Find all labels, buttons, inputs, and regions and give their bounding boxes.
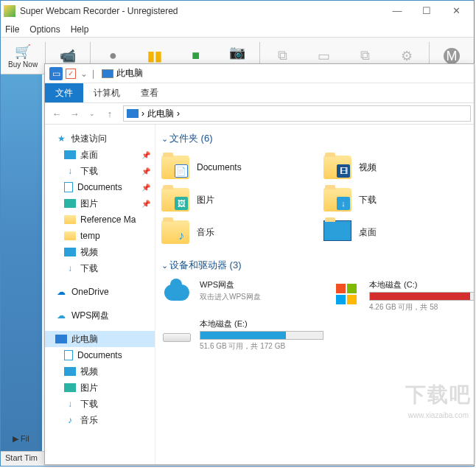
nav-wps[interactable]: ☁WPS网盘 <box>45 307 155 324</box>
nav-quick-access[interactable]: ★快速访问 <box>45 130 155 147</box>
folder-desktop[interactable]: 桌面 <box>323 217 456 247</box>
desktop-icon <box>323 220 351 241</box>
picture-icon: 🖼 <box>175 197 188 210</box>
tab-view[interactable]: 查看 <box>130 83 169 102</box>
nav-item-videos[interactable]: 视频 <box>45 244 155 260</box>
nav-pc-videos[interactable]: 视频 <box>45 363 155 380</box>
nav-pc-documents[interactable]: Documents <box>45 347 155 363</box>
layers-icon: ⧉ <box>357 47 374 65</box>
app-icon <box>4 5 15 17</box>
app-titlebar: Super Webcam Recorder - Unregistered — ☐… <box>1 1 474 21</box>
wps-icon: ☁ <box>55 310 67 321</box>
up-button[interactable]: ↑ <box>101 105 119 122</box>
nav-thispc[interactable]: 此电脑 <box>45 331 155 347</box>
folder-icon: ↓ <box>323 188 351 212</box>
info-icon: M <box>444 48 460 64</box>
nav-bar: ← → ⌄ ↑ › 此电脑 › <box>45 102 474 125</box>
nav-pc-downloads[interactable]: ↓下载 <box>45 396 155 412</box>
nav-item-pictures[interactable]: 图片📌 <box>45 195 155 212</box>
stop-icon: ■ <box>187 47 205 65</box>
film-icon: 🎞 <box>337 164 350 178</box>
download-icon: ↓ <box>64 166 76 176</box>
nav-onedrive[interactable]: ☁OneDrive <box>45 284 155 300</box>
thispc-icon <box>55 335 67 343</box>
group-folders-header[interactable]: ⌄文件夹 (6) <box>161 132 468 145</box>
desktop-icon <box>64 150 76 159</box>
record-icon: ● <box>104 47 122 65</box>
folder-icon: 🎞 <box>323 156 351 179</box>
menubar: File Options Help <box>1 21 474 38</box>
document-icon <box>64 182 73 192</box>
usage-bar <box>200 331 323 340</box>
address-segment[interactable]: 此电脑 <box>147 108 174 120</box>
nav-item-reference[interactable]: Reference Ma <box>45 212 155 228</box>
forward-button[interactable]: → <box>66 105 83 122</box>
content-pane: ⌄文件夹 (6) 📄Documents 🎞视频 🖼图片 ↓下载 ♪音乐 桌面 ⌄… <box>155 125 474 464</box>
picture-icon <box>64 383 76 392</box>
folder-documents[interactable]: 📄Documents <box>161 153 309 182</box>
drive-grid: WPS网盘 双击进入WPS网盘 本地磁盘 (C:) 4.26 GB 可用，共 5… <box>161 279 468 352</box>
qat-checkbox-icon[interactable]: ✓ <box>66 69 76 79</box>
explorer-titlebar: ▭ ✓ ⌄ | 此电脑 <box>45 64 474 83</box>
drive-c[interactable]: 本地磁盘 (C:) 4.26 GB 可用，共 58 <box>331 279 474 312</box>
back-button[interactable]: ← <box>48 105 66 122</box>
copy-icon: ⧉ <box>273 47 291 65</box>
pin-icon: 📌 <box>141 200 150 208</box>
tab-file[interactable]: 文件 <box>45 83 83 102</box>
nav-item-temp[interactable]: temp <box>45 228 155 244</box>
ribbon-tabs: 文件 计算机 查看 <box>45 83 474 102</box>
explorer-title: 此电脑 <box>116 67 143 80</box>
folder-icon: ♪ <box>161 220 189 244</box>
tab-computer[interactable]: 计算机 <box>83 83 130 102</box>
explorer-body: ★快速访问 桌面📌 ↓下载📌 Documents📌 图片📌 Reference … <box>45 125 474 464</box>
menu-options[interactable]: Options <box>29 24 60 35</box>
folder-videos[interactable]: 🎞视频 <box>323 153 456 182</box>
download-icon: ↓ <box>337 197 350 210</box>
picture-icon <box>64 199 76 208</box>
webcam-icon: 📹 <box>59 47 77 65</box>
menu-help[interactable]: Help <box>71 24 89 35</box>
windows-drive-icon <box>331 279 362 306</box>
qat-dropdown-icon[interactable]: ⌄ <box>80 69 88 79</box>
minimize-button[interactable]: — <box>382 1 412 21</box>
folder-music[interactable]: ♪音乐 <box>161 217 309 247</box>
thispc-icon <box>102 69 113 78</box>
onedrive-icon: ☁ <box>55 287 67 297</box>
close-button[interactable]: ✕ <box>441 1 471 21</box>
cloud-icon <box>161 279 192 306</box>
folder-icon: ▭ <box>315 47 332 65</box>
nav-item-downloads2[interactable]: ↓下载 <box>45 260 155 276</box>
video-icon <box>64 367 76 376</box>
group-drives-header[interactable]: ⌄设备和驱动器 (3) <box>161 259 468 272</box>
drive-wps[interactable]: WPS网盘 双击进入WPS网盘 <box>161 279 323 312</box>
chevron-down-icon: ⌄ <box>161 261 168 270</box>
history-button[interactable]: ⌄ <box>83 105 101 122</box>
nav-pc-pictures[interactable]: 图片 <box>45 380 155 396</box>
window-controls: — ☐ ✕ <box>382 1 471 21</box>
folder-downloads[interactable]: ↓下载 <box>323 185 456 214</box>
explorer-window: ▭ ✓ ⌄ | 此电脑 文件 计算机 查看 ← → ⌄ ↑ › 此电脑 › ★快… <box>44 63 475 465</box>
music-icon: ♪ <box>64 415 76 425</box>
nav-pc-music[interactable]: ♪音乐 <box>45 412 155 428</box>
folder-icon: 📄 <box>161 156 189 179</box>
nav-item-documents[interactable]: Documents📌 <box>45 179 155 195</box>
app-left-panel <box>1 74 42 466</box>
status-start-time: Start Tim <box>5 453 38 462</box>
star-icon: ★ <box>55 133 67 144</box>
cart-icon: 🛒 <box>14 43 32 60</box>
pause-icon: ▮▮ <box>146 47 164 65</box>
document-icon <box>64 350 73 360</box>
buy-now-button[interactable]: 🛒 Buy Now <box>4 38 42 74</box>
qat-properties-icon[interactable]: ▭ <box>49 67 63 80</box>
drive-e[interactable]: 本地磁盘 (E:) 51.6 GB 可用，共 172 GB <box>161 318 323 352</box>
download-icon: ↓ <box>64 263 76 273</box>
app-title: Super Webcam Recorder - Unregistered <box>20 6 178 16</box>
folder-pictures[interactable]: 🖼图片 <box>161 185 309 214</box>
address-bar[interactable]: › 此电脑 › <box>123 105 471 122</box>
thispc-icon <box>127 109 139 118</box>
nav-item-downloads[interactable]: ↓下载📌 <box>45 163 155 179</box>
nav-item-desktop[interactable]: 桌面📌 <box>45 147 155 163</box>
maximize-button[interactable]: ☐ <box>412 1 441 21</box>
menu-file[interactable]: File <box>5 24 19 35</box>
nav-pane: ★快速访问 桌面📌 ↓下载📌 Documents📌 图片📌 Reference … <box>45 125 155 464</box>
